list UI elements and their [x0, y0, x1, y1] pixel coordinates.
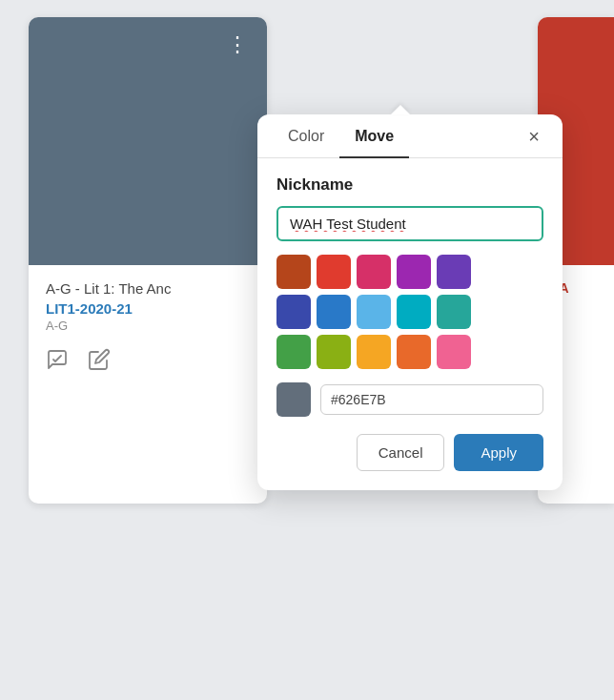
color-swatch[interactable] [317, 295, 351, 329]
nickname-label: Nickname [276, 175, 543, 195]
color-swatch[interactable] [357, 255, 391, 289]
color-swatch[interactable] [437, 295, 471, 329]
color-swatch[interactable] [357, 295, 391, 329]
card-left: ⋮ A-G - Lit 1: The Anc LIT1-2020-21 A-G [29, 17, 267, 504]
color-swatch[interactable] [397, 295, 431, 329]
close-button[interactable]: × [521, 119, 547, 154]
tab-move[interactable]: Move [339, 114, 409, 158]
card-action-icons [46, 348, 250, 377]
custom-color-row [276, 382, 543, 417]
custom-color-hex-input[interactable] [320, 384, 543, 415]
color-swatch-grid [276, 255, 543, 369]
edit-icon[interactable] [88, 348, 111, 377]
color-move-popup: Color Move × Nickname [257, 114, 563, 490]
color-swatch[interactable] [437, 255, 471, 289]
color-swatch[interactable] [397, 255, 431, 289]
color-swatch[interactable] [276, 295, 311, 329]
card-title: A-G - Lit 1: The Anc [46, 280, 250, 297]
color-swatch[interactable] [317, 335, 351, 369]
card-left-body: A-G - Lit 1: The Anc LIT1-2020-21 A-G [29, 265, 267, 392]
color-swatch[interactable] [276, 335, 311, 369]
card-options-icon[interactable]: ⋮ [210, 17, 267, 72]
action-buttons: Cancel Apply [276, 434, 543, 471]
chat-icon[interactable] [46, 348, 69, 377]
color-swatch[interactable] [437, 335, 471, 369]
popup-tabs: Color Move × [257, 114, 563, 158]
color-swatch[interactable] [397, 335, 431, 369]
card-tag: A-G [46, 319, 250, 333]
apply-button[interactable]: Apply [454, 434, 543, 471]
color-swatch[interactable] [317, 255, 351, 289]
cancel-button[interactable]: Cancel [357, 434, 445, 471]
card-left-header: ⋮ [29, 17, 267, 265]
color-swatch[interactable] [276, 255, 311, 289]
nickname-input[interactable] [276, 206, 543, 241]
color-swatch[interactable] [357, 335, 391, 369]
custom-color-preview[interactable] [276, 382, 311, 417]
popup-body: Nickname [257, 158, 563, 490]
card-subtitle[interactable]: LIT1-2020-21 [46, 300, 250, 317]
tab-color[interactable]: Color [273, 114, 339, 158]
